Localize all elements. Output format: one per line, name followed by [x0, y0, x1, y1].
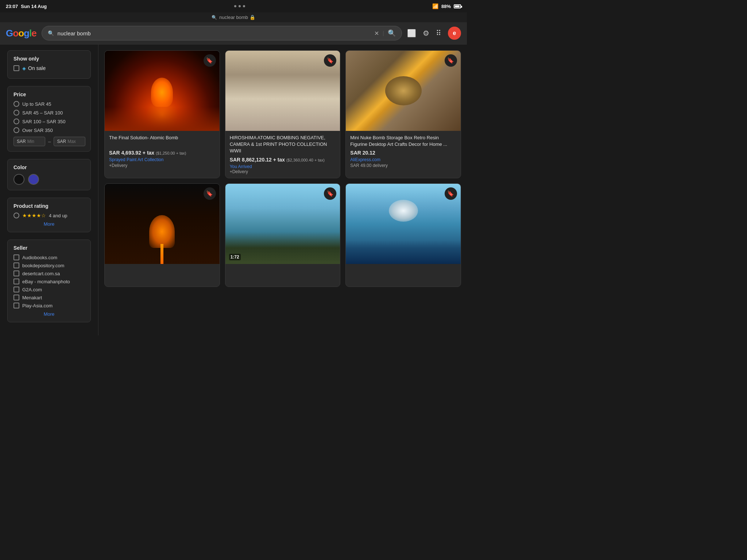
seller-label-0: Audiobooks.com — [22, 255, 57, 260]
price-min-box[interactable]: SAR — [13, 137, 45, 146]
product-card-2[interactable]: 🔖 HIROSHIMA ATOMIC BOMBING NEGATIVE, CAM… — [225, 50, 341, 178]
bookmark-button-3[interactable]: 🔖 — [445, 54, 457, 67]
price-max-currency: SAR — [57, 139, 66, 144]
battery-percent: 88% — [441, 4, 451, 9]
clear-button[interactable]: ✕ — [374, 30, 379, 37]
product-info-4 — [105, 264, 220, 287]
address-text: nuclear bomb 🔒 — [219, 15, 255, 20]
bookmark-icon[interactable]: ⬜ — [407, 29, 416, 38]
product-card-6[interactable]: 🔖 — [345, 183, 461, 287]
price-radio-2[interactable] — [13, 118, 19, 124]
product-seller-3[interactable]: AliExpress.com — [350, 157, 456, 162]
bookmark-button-5[interactable]: 🔖 — [324, 187, 336, 200]
product-title-5 — [230, 268, 336, 281]
rating-option[interactable]: ★★★★☆ 4 and up — [13, 213, 85, 218]
product-card-1[interactable]: 🔖 The Final Solution- Atomic Bomb SAR 4,… — [104, 50, 220, 178]
price-label-0: Up to SAR 45 — [22, 101, 51, 107]
price-radio-3[interactable] — [13, 127, 19, 133]
lock-icon: 🔍 — [212, 15, 217, 20]
seller-list: Audiobooks.com bookdepository.com desert… — [13, 254, 85, 308]
time: 23:07 — [6, 4, 18, 9]
search-submit-button[interactable]: 🔍 — [388, 29, 396, 37]
on-sale-row[interactable]: ◈ On sale — [13, 65, 85, 71]
filter-color-title: Color — [13, 164, 85, 170]
filter-color: Color — [7, 159, 91, 190]
product-price-2: SAR 8,862,120.12 + tax ($2,360,000.40 + … — [230, 157, 336, 163]
search-bar-icon: 🔍 — [48, 30, 54, 36]
filter-seller-title: Seller — [13, 245, 85, 251]
model-kit-image — [225, 184, 340, 264]
main-layout: Show only ◈ On sale Price Up to SAR 45 S… — [0, 44, 467, 335]
bookmark-button-4[interactable]: 🔖 — [204, 187, 216, 200]
color-swatch-black[interactable] — [13, 174, 24, 185]
grid-icon[interactable]: ⠿ — [436, 29, 441, 38]
seller-row-5[interactable]: Menakart — [13, 295, 85, 300]
seller-row-4[interactable]: G2A.com — [13, 287, 85, 292]
product-info-1: The Final Solution- Atomic Bomb SAR 4,69… — [105, 131, 220, 172]
product-info-2: HIROSHIMA ATOMIC BOMBING NEGATIVE, CAMER… — [225, 131, 340, 178]
price-label-1: SAR 45 – SAR 100 — [22, 110, 63, 116]
price-option-2[interactable]: SAR 100 – SAR 350 — [13, 118, 85, 124]
filter-price-title: Price — [13, 92, 85, 97]
seller-more-link[interactable]: More — [13, 311, 85, 317]
filter-show-only: Show only ◈ On sale — [7, 50, 91, 79]
price-option-1[interactable]: SAR 45 – SAR 100 — [13, 110, 85, 116]
seller-row-3[interactable]: eBay - mcmahanphoto — [13, 279, 85, 284]
on-sale-checkbox[interactable] — [13, 65, 19, 71]
user-avatar[interactable]: e — [448, 27, 461, 40]
product-card-4[interactable]: 🔖 — [104, 183, 220, 287]
seller-checkbox-6[interactable] — [13, 303, 19, 308]
product-delivery-2: +Delivery — [230, 169, 336, 174]
bookmark-button-6[interactable]: 🔖 — [445, 187, 457, 200]
bookmark-button-1[interactable]: 🔖 — [204, 54, 216, 67]
product-info-6 — [346, 264, 461, 287]
product-price-usd-1: ($1,250.00 + tax) — [156, 151, 186, 155]
seller-label-1: bookdepository.com — [22, 263, 64, 268]
rating-radio[interactable] — [13, 213, 19, 218]
sale-tag-icon: ◈ — [22, 66, 26, 71]
search-bar[interactable]: 🔍 ✕ | 🔍 — [42, 26, 402, 40]
price-max-box[interactable]: SAR — [54, 137, 85, 146]
price-dash: – — [48, 139, 51, 144]
price-radio-0[interactable] — [13, 101, 19, 107]
seller-checkbox-4[interactable] — [13, 287, 19, 292]
mushroom-orange-image — [105, 184, 220, 264]
wifi-icon: 📶 — [432, 3, 438, 9]
battery-icon — [454, 4, 461, 8]
filter-seller: Seller Audiobooks.com bookdepository.com… — [7, 240, 91, 322]
price-min-input[interactable] — [27, 139, 42, 144]
product-seller-2[interactable]: You Arrived — [230, 164, 336, 169]
product-card-3[interactable]: 🔖 Mini Nuke Bomb Storage Box Retro Resin… — [345, 50, 461, 178]
seller-row-0[interactable]: Audiobooks.com — [13, 254, 85, 260]
seller-checkbox-1[interactable] — [13, 262, 19, 268]
price-option-0[interactable]: Up to SAR 45 — [13, 101, 85, 107]
filter-price: Price Up to SAR 45 SAR 45 – SAR 100 SAR … — [7, 86, 91, 152]
seller-checkbox-0[interactable] — [13, 254, 19, 260]
price-radio-1[interactable] — [13, 110, 19, 116]
product-title-3: Mini Nuke Bomb Storage Box Retro Resin F… — [350, 135, 456, 148]
price-max-input[interactable] — [67, 139, 82, 144]
seller-checkbox-3[interactable] — [13, 279, 19, 284]
price-option-3[interactable]: Over SAR 350 — [13, 127, 85, 133]
seller-checkbox-5[interactable] — [13, 295, 19, 300]
color-swatch-blue[interactable] — [28, 174, 39, 185]
seller-row-2[interactable]: desertcart.com.sa — [13, 271, 85, 276]
header: Google 🔍 ✕ | 🔍 ⬜ ⚙ ⠿ e — [0, 22, 467, 44]
product-title-4 — [109, 268, 215, 281]
rating-more-link[interactable]: More — [13, 221, 85, 227]
nuclear-art-image — [105, 51, 220, 131]
product-image-3: 🔖 — [346, 51, 461, 131]
search-input[interactable] — [58, 30, 371, 36]
product-seller-1[interactable]: Sprayed Paint Art Collection — [109, 157, 215, 162]
dot-1 — [234, 5, 236, 7]
rating-label: 4 and up — [49, 213, 67, 218]
seller-row-1[interactable]: bookdepository.com — [13, 262, 85, 268]
status-bar: 23:07 Sun 14 Aug 📶 88% — [0, 0, 467, 12]
gear-icon[interactable]: ⚙ — [423, 29, 429, 38]
filter-product-rating: Product rating ★★★★☆ 4 and up More — [7, 198, 91, 232]
product-card-5[interactable]: 🔖 — [225, 183, 341, 287]
product-delivery-1: +Delivery — [109, 163, 215, 168]
seller-row-6[interactable]: Play-Asia.com — [13, 303, 85, 308]
stars-icon: ★★★★☆ — [22, 213, 46, 218]
seller-checkbox-2[interactable] — [13, 271, 19, 276]
